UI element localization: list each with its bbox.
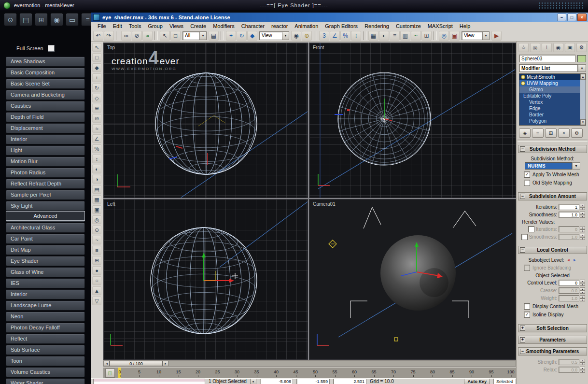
smoothness-value[interactable]: 1.0	[559, 212, 579, 218]
modifier-enabled-bulb-icon[interactable]	[521, 75, 525, 79]
pages-icon[interactable]: ▤	[19, 13, 32, 26]
spinner-snap-icon[interactable]: ↕	[351, 31, 361, 41]
sidebar-item-sky-light[interactable]: Sky Light	[6, 201, 85, 211]
relax-value[interactable]: 0.0	[559, 367, 579, 373]
rollout-header[interactable]: Subdivision Method	[518, 145, 587, 153]
sidebar-item-car-paint[interactable]: Car Paint	[6, 234, 85, 244]
side-icon-11[interactable]: %	[92, 144, 101, 153]
menu-rendering[interactable]: Rendering	[361, 23, 392, 29]
spinner-arrows-icon[interactable]	[580, 226, 585, 232]
weight-spinner[interactable]: 1.0	[559, 295, 585, 301]
side-icon-2[interactable]: □	[92, 53, 101, 62]
control-level-spinner[interactable]: 0	[559, 280, 585, 286]
named-selection-sets-icon[interactable]: ▦	[368, 31, 378, 41]
menu-tools[interactable]: Tools	[126, 23, 145, 29]
snap-toggle-icon[interactable]: 3	[319, 31, 329, 41]
old-style-mapping-checkbox[interactable]	[524, 180, 530, 186]
sidebar-item-landscape-lume[interactable]: Landscape Lume	[6, 300, 85, 311]
object-name-field[interactable]: Sphere03	[519, 55, 575, 62]
magnifier-icon[interactable]: ⊙	[4, 13, 17, 26]
modifier-enabled-bulb-icon[interactable]	[521, 81, 525, 85]
layer-manager-icon[interactable]: ▥	[400, 31, 410, 41]
sidebar-item-basic-scene-set[interactable]: Basic Scene Set	[6, 79, 85, 89]
redo-icon[interactable]: ↷	[104, 31, 114, 41]
viewport-front[interactable]: Front	[309, 43, 516, 198]
select-object-icon[interactable]: ↖	[160, 31, 170, 41]
collapse-icon[interactable]	[520, 146, 525, 152]
tab-create[interactable]: ☆	[518, 43, 529, 52]
sidebar-item-interior[interactable]: Interior	[6, 134, 85, 144]
modifier-list-dropdown[interactable]: Modifier List	[519, 64, 586, 72]
relax-spinner[interactable]: 0.0	[559, 367, 585, 373]
dropdown-arrow-icon[interactable]	[199, 32, 206, 40]
unlink-selection-icon[interactable]: ⊘	[132, 31, 142, 41]
spinner-arrows-icon[interactable]	[580, 295, 585, 301]
sidebar-item-toon[interactable]: Toon	[6, 356, 85, 366]
side-icon-18[interactable]: ◎	[92, 215, 101, 224]
sidebar-item-light[interactable]: Light	[6, 145, 85, 156]
align-icon[interactable]: ≡	[390, 31, 400, 41]
pin-stack-icon[interactable]: ◈	[519, 128, 531, 138]
side-icon-24[interactable]: ○	[92, 276, 101, 285]
camera-icon[interactable]: ◉	[50, 13, 63, 26]
close-button[interactable]: ×	[577, 14, 587, 21]
render-iterations-checkbox[interactable]	[528, 226, 534, 232]
undo-icon[interactable]: ↶	[93, 31, 103, 41]
stack-item-uvw-mapping[interactable]: UVW Mapping	[519, 80, 586, 86]
tab-utilities[interactable]: ⚙	[576, 43, 587, 52]
expand-icon[interactable]	[520, 337, 525, 342]
spinner-arrows-icon[interactable]	[580, 204, 585, 210]
side-icon-4[interactable]: +	[92, 73, 101, 82]
stack-item-edge[interactable]: Edge	[519, 105, 586, 112]
menu-edit[interactable]: Edit	[110, 23, 126, 29]
menu-file[interactable]: File	[94, 23, 110, 29]
open-mini-curve-editor-icon[interactable]: ◫	[105, 369, 115, 378]
spinner-arrows-icon[interactable]	[580, 234, 585, 240]
side-icon-20[interactable]: ~	[92, 236, 101, 244]
scroll-up-icon[interactable]: ▲	[580, 74, 586, 80]
sidebar-item-basic-composition[interactable]: Basic Composition	[6, 68, 85, 78]
sidebar-item-camera-and-bucketing[interactable]: Camera and Bucketing	[6, 90, 85, 100]
rollout-header[interactable]: Parameters	[518, 336, 587, 344]
sidebar-item-depth-of-field[interactable]: Depth of Field	[6, 112, 85, 122]
menu-customize[interactable]: Customize	[392, 23, 424, 29]
material-editor-icon[interactable]: ◎	[439, 31, 449, 41]
spinner-arrows-icon[interactable]	[580, 367, 585, 373]
side-icon-15[interactable]: ▤	[92, 185, 101, 194]
menu-views[interactable]: Views	[166, 23, 187, 29]
side-icon-9[interactable]: ≈	[92, 124, 101, 133]
angle-snap-icon[interactable]: ∠	[330, 31, 340, 41]
rollout-header[interactable]: Soft Selection	[518, 324, 587, 332]
percent-snap-icon[interactable]: %	[340, 31, 350, 41]
render-scene-icon[interactable]: ▣	[449, 31, 460, 41]
stack-scrollbar[interactable]: ▲▼	[580, 74, 586, 125]
select-and-rotate-icon[interactable]: ↻	[237, 31, 247, 41]
sidebar-item-photon-decay-falloff[interactable]: Photon Decay Falloff	[6, 323, 85, 333]
render-smoothness-checkbox[interactable]	[521, 234, 528, 240]
side-icon-17[interactable]: ▣	[92, 205, 101, 214]
menu-character[interactable]: Character	[238, 23, 268, 29]
sidebar-item-volume-caustics[interactable]: Volume Caustics	[6, 367, 85, 377]
select-and-link-icon[interactable]: ∞	[121, 31, 131, 41]
subobject-edge-icon[interactable]: ►	[573, 258, 576, 262]
selection-lock-icon[interactable]: ●	[250, 378, 256, 384]
sidebar-item-ies[interactable]: IES	[6, 278, 85, 288]
menu-animation[interactable]: Animation	[291, 23, 322, 29]
side-icon-21[interactable]: ≡	[92, 246, 101, 255]
dropdown-arrow-icon[interactable]	[572, 162, 580, 170]
curve-editor-icon[interactable]: ~	[411, 31, 421, 41]
side-icon-22[interactable]: ⊞	[92, 256, 101, 265]
configure-modifier-sets-icon[interactable]: ⚙	[571, 128, 583, 138]
smoothness-spinner[interactable]: 1.0	[559, 212, 585, 218]
display-control-mesh-checkbox[interactable]	[524, 303, 530, 310]
iterations-spinner[interactable]: 1	[559, 204, 585, 210]
render-type-dropdown[interactable]: View	[462, 31, 490, 40]
maximize-button[interactable]: □	[567, 14, 576, 21]
collapse-icon[interactable]	[520, 194, 525, 199]
strength-value[interactable]: 0.5	[559, 359, 579, 365]
use-center-icon[interactable]: ◉	[291, 31, 301, 41]
tab-modify[interactable]: ◎	[530, 43, 540, 52]
side-icon-12[interactable]: ↕	[92, 155, 101, 163]
minimize-button[interactable]: –	[557, 14, 566, 21]
weight-value[interactable]: 1.0	[559, 295, 579, 301]
